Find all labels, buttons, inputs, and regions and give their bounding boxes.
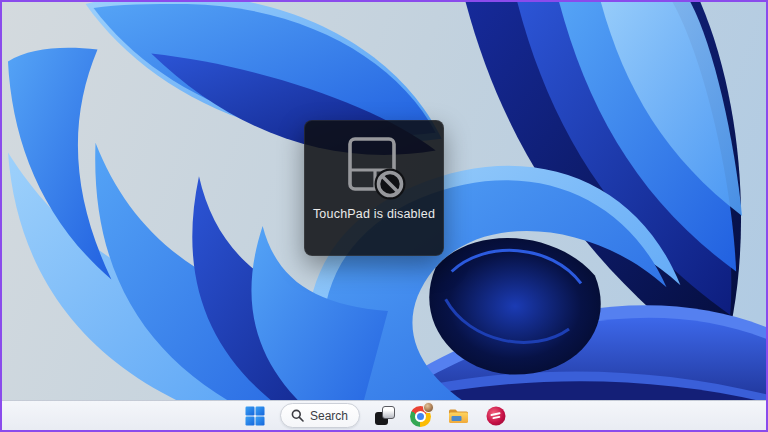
search-box[interactable]: Search xyxy=(280,403,360,428)
task-view-button[interactable] xyxy=(373,403,397,429)
chrome-icon xyxy=(410,404,433,427)
osd-message: TouchPad is disabled xyxy=(313,207,435,221)
search-icon xyxy=(291,409,304,422)
touchpad-osd: TouchPad is disabled xyxy=(304,120,444,256)
chrome-blue-center xyxy=(417,413,424,420)
folder-icon xyxy=(448,407,469,424)
chrome-button[interactable] xyxy=(410,403,434,429)
windows-start-icon xyxy=(245,406,265,426)
file-explorer-button[interactable] xyxy=(447,403,471,429)
red-circle-app-icon xyxy=(486,406,506,426)
task-view-front-square xyxy=(382,406,395,419)
desktop-screen: TouchPad is disabled xyxy=(0,0,768,432)
start-button[interactable] xyxy=(243,403,267,429)
profile-avatar-badge xyxy=(423,402,434,413)
search-label: Search xyxy=(310,409,348,423)
taskbar-center-group: Search xyxy=(243,403,508,429)
task-view-icon xyxy=(375,406,395,426)
touchpad-disabled-icon xyxy=(341,136,407,200)
media-app-button[interactable] xyxy=(484,403,508,429)
taskbar: Search xyxy=(2,400,766,430)
